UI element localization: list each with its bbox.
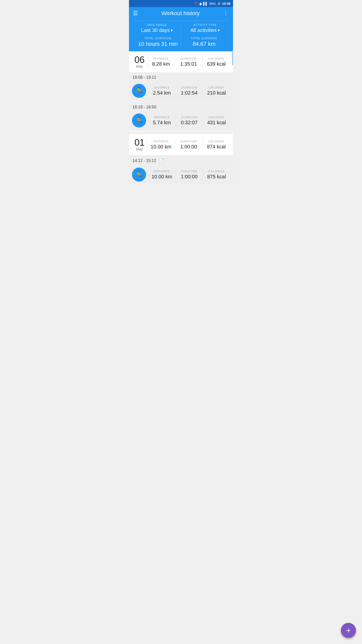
act-calories-0-1: CALORIES 431 kcal — [203, 115, 230, 127]
activity-stats-0-0: DISTANCE 2.54 km DURATION 1:02:54 CALORI… — [148, 85, 230, 97]
day-duration-1: DURATION 1:00:00 — [175, 139, 202, 151]
signal-icon: ▌▌ — [203, 2, 208, 6]
activity-time-text-0-1: 16:18 - 16:50 — [132, 105, 156, 109]
battery-icon: ⚡ — [217, 2, 221, 6]
filter-row: DATE RANGE Last 30 days ▾ ACTIVITY TYPE … — [133, 21, 229, 37]
scroll-indicator — [232, 50, 233, 65]
activity-type-filter[interactable]: ACTIVITY TYPE All activities ▾ — [181, 21, 229, 37]
running-icon-0-0: 🏃 — [135, 87, 144, 95]
day-stats-1: DISTANCE 10.00 km DURATION 1:00:00 CALOR… — [147, 139, 230, 151]
act-duration-1-0: DURATION 1:00:00 — [175, 169, 203, 181]
running-icon-0-1: 🏃 — [135, 116, 144, 125]
day-card-0: 06 May DISTANCE 8.28 km DURATION 1:35:01… — [129, 51, 233, 130]
header: ☰ Workout history ⋮ DATE RANGE Last 30 d… — [129, 7, 233, 51]
activity-stats-1-0: DISTANCE 10.00 km DURATION 1:00:00 CALOR… — [148, 169, 230, 181]
date-range-value: Last 30 days ▾ — [135, 27, 179, 33]
activity-row-1-0[interactable]: 🏃 DISTANCE 10.00 km DURATION 1:00:00 CAL… — [129, 165, 233, 184]
wifi-icon: ◕ — [199, 2, 202, 6]
act-distance-0-1: DISTANCE 5.74 km — [148, 115, 175, 127]
activity-icon-wrap-0-0: 🏃 — [132, 84, 146, 98]
date-range-arrow: ▾ — [171, 28, 173, 33]
day-summary-0[interactable]: 06 May DISTANCE 8.28 km DURATION 1:35:01… — [129, 51, 233, 73]
activity-section-1-0: 14:12 - 15:12 📄 🏃 DISTANCE 10.00 km DURA… — [129, 155, 233, 184]
time-display: 15:49 — [222, 2, 231, 6]
day-calories-0: CALORIES 639 kcal — [202, 56, 230, 68]
total-duration-label: TOTAL DURATION — [137, 37, 179, 40]
total-duration-value: 10 hours 31 min — [137, 41, 179, 47]
status-icons: 📍 ◕ ▌▌ 49% ⚡ 15:49 — [194, 2, 231, 6]
date-range-label: DATE RANGE — [135, 23, 179, 26]
act-duration-0-0: DURATION 1:02:54 — [175, 85, 203, 97]
activity-type-arrow: ▾ — [218, 28, 220, 33]
total-distance-label: TOTAL DISTANCE — [183, 37, 225, 40]
activity-icon-wrap-0-1: 🏃 — [132, 113, 146, 128]
more-options-button[interactable]: ⋮ — [223, 10, 229, 17]
act-distance-0-0: DISTANCE 2.54 km — [148, 85, 175, 97]
day-number-0: 06 — [132, 55, 147, 64]
activity-time-1-0: 14:12 - 15:12 📄 — [129, 155, 233, 165]
note-icon-1-0: 📄 — [159, 158, 164, 164]
activity-time-0-0: 18:08 - 19:11 — [129, 73, 233, 81]
day-date-0: 06 May — [132, 55, 147, 68]
battery-text: 49% — [209, 2, 216, 6]
activity-section-0-1: 16:18 - 16:50 🏃 DISTANCE 5.74 km DURATIO… — [129, 102, 233, 130]
day-number-1: 01 — [132, 138, 147, 147]
day-distance-1: DISTANCE 10.00 km — [147, 139, 175, 151]
act-calories-0-0: CALORIES 210 kcal — [203, 85, 230, 97]
divider-0-0 — [129, 100, 233, 102]
status-bar: 📍 ◕ ▌▌ 49% ⚡ 15:49 — [129, 0, 233, 7]
act-distance-1-0: DISTANCE 10.00 km — [148, 169, 175, 181]
activity-icon-wrap-1-0: 🏃 — [132, 168, 146, 182]
day-month-0: May — [132, 64, 147, 68]
day-date-1: 01 May — [132, 138, 147, 151]
day-stats-0: DISTANCE 8.28 km DURATION 1:35:01 CALORI… — [147, 56, 230, 68]
date-range-filter[interactable]: DATE RANGE Last 30 days ▾ — [133, 21, 181, 37]
day-month-1: May — [132, 147, 147, 151]
page-title: Workout history — [161, 10, 200, 17]
activity-type-value: All activities ▾ — [183, 27, 227, 33]
activity-row-0-0[interactable]: 🏃 DISTANCE 2.54 km DURATION 1:02:54 CALO… — [129, 81, 233, 100]
act-duration-0-1: DURATION 0:32:07 — [175, 115, 203, 127]
activity-time-text-0-0: 18:08 - 19:11 — [132, 75, 156, 80]
menu-button[interactable]: ☰ — [133, 11, 138, 16]
activity-time-text-1-0: 14:12 - 15:12 — [132, 158, 156, 163]
content-area: 06 May DISTANCE 8.28 km DURATION 1:35:01… — [129, 51, 233, 184]
day-calories-1: CALORIES 874 kcal — [202, 139, 230, 151]
day-duration-0: DURATION 1:35:01 — [175, 56, 202, 68]
total-distance-stat: TOTAL DISTANCE 84.67 km — [181, 37, 227, 47]
activity-time-0-1: 16:18 - 16:50 — [129, 102, 233, 111]
total-duration-stat: TOTAL DURATION 10 hours 31 min — [135, 37, 181, 47]
activity-section-0-0: 18:08 - 19:11 🏃 DISTANCE 2.54 km DURATIO… — [129, 73, 233, 100]
activity-row-0-1[interactable]: 🏃 DISTANCE 5.74 km DURATION 0:32:07 CALO… — [129, 111, 233, 130]
activity-stats-0-1: DISTANCE 5.74 km DURATION 0:32:07 CALORI… — [148, 115, 230, 127]
running-icon-1-0: 🏃 — [135, 171, 144, 179]
stats-row: TOTAL DURATION 10 hours 31 min TOTAL DIS… — [133, 37, 229, 51]
act-calories-1-0: CALORIES 875 kcal — [203, 169, 230, 181]
total-distance-value: 84.67 km — [183, 41, 225, 47]
card-divider — [129, 132, 233, 134]
day-summary-1[interactable]: 01 May DISTANCE 10.00 km DURATION 1:00:0… — [129, 134, 233, 155]
day-distance-0: DISTANCE 8.28 km — [147, 56, 175, 68]
activity-type-label: ACTIVITY TYPE — [183, 23, 227, 26]
location-icon: 📍 — [194, 2, 198, 6]
day-card-1: 01 May DISTANCE 10.00 km DURATION 1:00:0… — [129, 134, 233, 184]
